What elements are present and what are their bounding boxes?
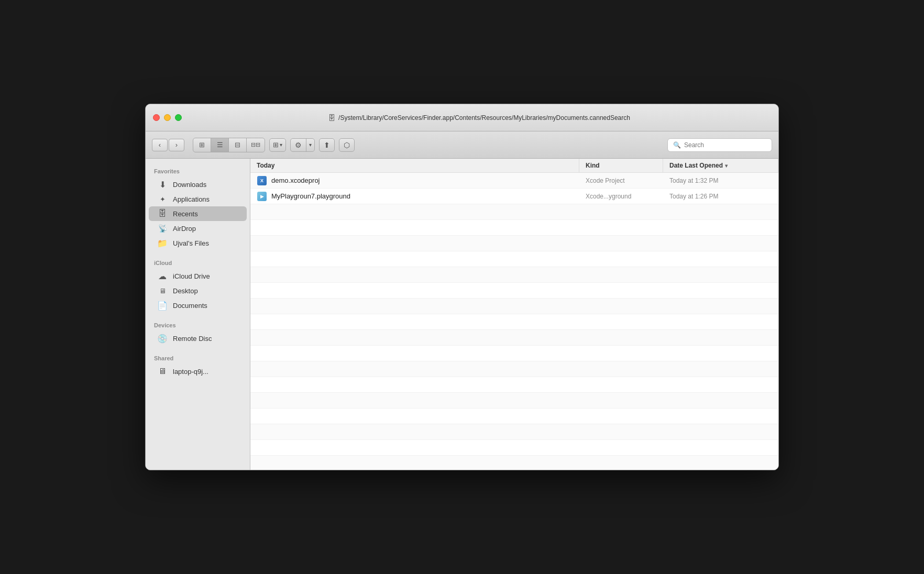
view-buttons: ⊞ ☰ ⊟ ⊟⊟ bbox=[193, 138, 265, 152]
sidebar-item-label: Downloads bbox=[173, 181, 206, 189]
cover-icon: ⊟⊟ bbox=[251, 141, 260, 148]
favorites-label: Favorites bbox=[146, 164, 250, 176]
empty-row bbox=[250, 314, 778, 330]
share-icon: ⬆ bbox=[324, 141, 330, 149]
search-box[interactable]: 🔍 bbox=[667, 138, 772, 152]
minimize-button[interactable] bbox=[164, 114, 171, 121]
tag-button[interactable]: ⬡ bbox=[339, 138, 355, 152]
group-dropdown-arrow: ▾ bbox=[280, 142, 282, 148]
empty-row bbox=[250, 424, 778, 440]
col-today-header[interactable]: Today bbox=[250, 159, 579, 172]
list-icon: ☰ bbox=[217, 141, 223, 149]
file-area: Today Kind Date Last Opened ▾ X bbox=[250, 159, 778, 470]
group-icon: ⊞ bbox=[273, 141, 279, 149]
recents-icon: 🗄 bbox=[157, 209, 168, 218]
maximize-button[interactable] bbox=[175, 114, 182, 121]
sidebar-item-laptop[interactable]: 🖥 laptop-q9j... bbox=[149, 364, 247, 379]
sidebar-item-remote-disc[interactable]: 💿 Remote Disc bbox=[149, 331, 247, 346]
sort-arrow-icon: ▾ bbox=[725, 163, 728, 169]
view-column-button[interactable]: ⊟ bbox=[229, 138, 247, 152]
sidebar-item-ujval-files[interactable]: 📁 Ujval's Files bbox=[149, 236, 247, 251]
grid-icon: ⊞ bbox=[199, 141, 205, 149]
sidebar-item-downloads[interactable]: ⬇ Downloads bbox=[149, 177, 247, 192]
finder-window: 🗄 /System/Library/CoreServices/Finder.ap… bbox=[145, 104, 779, 470]
group-view-dropdown[interactable]: ⊞ ▾ bbox=[269, 138, 286, 152]
sidebar-item-label: laptop-q9j... bbox=[173, 368, 208, 376]
empty-row bbox=[250, 330, 778, 346]
remote-disc-icon: 💿 bbox=[157, 334, 168, 344]
empty-row bbox=[250, 220, 778, 236]
sidebar-item-label: iCloud Drive bbox=[173, 272, 210, 280]
empty-row bbox=[250, 251, 778, 267]
table-row[interactable]: X demo.xcodeproj Xcode Project Today at … bbox=[250, 173, 778, 189]
sidebar-item-airdrop[interactable]: 📡 AirDrop bbox=[149, 222, 247, 235]
file-name: MyPlaygroun7.playground bbox=[271, 192, 350, 200]
empty-row bbox=[250, 283, 778, 299]
file-kind-cell: Xcode Project bbox=[579, 177, 663, 184]
empty-row bbox=[250, 299, 778, 314]
path-text: /System/Library/CoreServices/Finder.app/… bbox=[338, 114, 630, 122]
file-date: Today at 1:32 PM bbox=[669, 177, 718, 184]
icloud-drive-icon: ☁ bbox=[157, 271, 168, 281]
column-icon: ⊟ bbox=[235, 141, 240, 149]
close-button[interactable] bbox=[153, 114, 160, 121]
search-input[interactable] bbox=[684, 141, 766, 149]
empty-row bbox=[250, 440, 778, 456]
sidebar-item-label: Remote Disc bbox=[173, 335, 212, 343]
view-list-button[interactable]: ☰ bbox=[211, 138, 229, 152]
col-kind-header[interactable]: Kind bbox=[579, 159, 663, 172]
back-icon: ‹ bbox=[159, 141, 161, 149]
col-kind-label: Kind bbox=[586, 162, 600, 169]
forward-button[interactable]: › bbox=[169, 139, 184, 151]
col-date-header[interactable]: Date Last Opened ▾ bbox=[663, 159, 778, 172]
empty-row bbox=[250, 456, 778, 470]
settings-dropdown[interactable]: ⚙ ▾ bbox=[290, 138, 315, 152]
empty-row bbox=[250, 346, 778, 361]
file-kind-cell: Xcode...yground bbox=[579, 193, 663, 200]
icloud-label: iCloud bbox=[146, 256, 250, 268]
file-name-cell: X demo.xcodeproj bbox=[250, 175, 579, 186]
search-icon: 🔍 bbox=[673, 141, 681, 149]
traffic-lights bbox=[153, 114, 182, 121]
col-date-label: Date Last Opened bbox=[669, 162, 723, 169]
desktop-icon: 🖥 bbox=[157, 287, 168, 295]
share-button[interactable]: ⬆ bbox=[319, 138, 335, 152]
downloads-icon: ⬇ bbox=[157, 180, 168, 190]
settings-icon: ⚙ bbox=[291, 139, 306, 151]
devices-label: Devices bbox=[146, 318, 250, 330]
view-icon-button[interactable]: ⊞ bbox=[193, 138, 211, 152]
file-name-cell: ▶ MyPlaygroun7.playground bbox=[250, 191, 579, 202]
col-today-label: Today bbox=[257, 162, 274, 169]
empty-row bbox=[250, 393, 778, 409]
settings-arrow: ▾ bbox=[306, 139, 314, 151]
file-name: demo.xcodeproj bbox=[271, 176, 320, 184]
file-header: Today Kind Date Last Opened ▾ bbox=[250, 159, 778, 173]
forward-icon: › bbox=[175, 141, 178, 149]
sidebar-item-desktop[interactable]: 🖥 Desktop bbox=[149, 284, 247, 297]
applications-icon: ✦ bbox=[157, 195, 168, 203]
empty-row bbox=[250, 236, 778, 251]
documents-icon: 📄 bbox=[157, 301, 168, 311]
titlebar-path: 🗄 /System/Library/CoreServices/Finder.ap… bbox=[187, 114, 771, 122]
nav-buttons: ‹ › bbox=[152, 139, 184, 151]
sidebar-item-recents[interactable]: 🗄 Recents bbox=[149, 206, 247, 221]
path-icon: 🗄 bbox=[328, 114, 335, 122]
titlebar: 🗄 /System/Library/CoreServices/Finder.ap… bbox=[146, 104, 778, 131]
file-kind: Xcode...yground bbox=[586, 193, 631, 200]
playground-icon: ▶ bbox=[257, 191, 267, 202]
empty-row bbox=[250, 267, 778, 283]
table-row[interactable]: ▶ MyPlaygroun7.playground Xcode...ygroun… bbox=[250, 189, 778, 204]
tag-icon: ⬡ bbox=[344, 141, 350, 149]
sidebar-item-label: Documents bbox=[173, 302, 207, 310]
laptop-icon: 🖥 bbox=[157, 367, 168, 376]
file-kind: Xcode Project bbox=[586, 177, 625, 184]
sidebar-item-icloud-drive[interactable]: ☁ iCloud Drive bbox=[149, 269, 247, 284]
back-button[interactable]: ‹ bbox=[152, 139, 168, 151]
toolbar: ‹ › ⊞ ☰ ⊟ ⊟⊟ ⊞ ▾ ⚙ ▾ bbox=[146, 131, 778, 159]
empty-row bbox=[250, 361, 778, 377]
sidebar-item-applications[interactable]: ✦ Applications bbox=[149, 193, 247, 206]
sidebar-item-label: AirDrop bbox=[173, 225, 196, 233]
ujval-files-icon: 📁 bbox=[157, 238, 168, 248]
view-cover-button[interactable]: ⊟⊟ bbox=[247, 138, 265, 152]
sidebar-item-documents[interactable]: 📄 Documents bbox=[149, 298, 247, 313]
